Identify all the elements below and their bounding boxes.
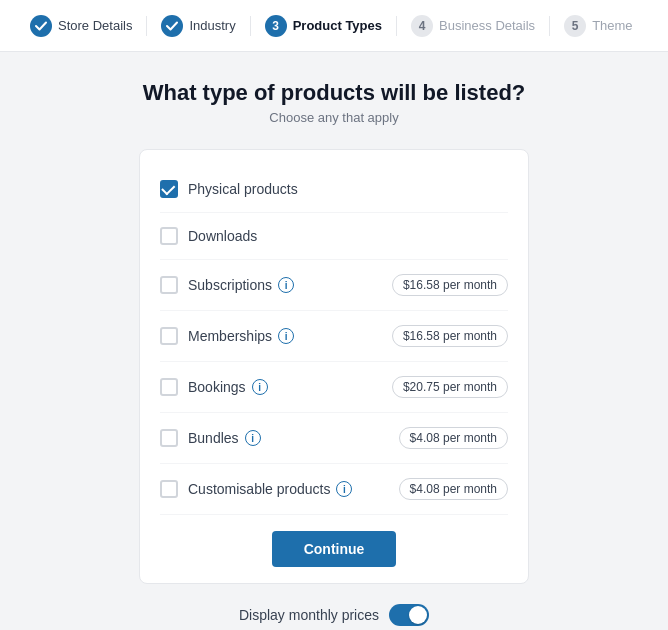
step-label-theme: Theme [592, 18, 632, 33]
step-icon-business-details: 4 [411, 15, 433, 37]
info-icon-subscriptions[interactable]: i [278, 277, 294, 293]
checkbox-bundles[interactable] [160, 429, 178, 447]
stepper: Store Details Industry 3 Product Types 4… [0, 0, 668, 52]
step-store-details[interactable]: Store Details [16, 15, 146, 37]
checkbox-customisable[interactable] [160, 480, 178, 498]
step-icon-theme: 5 [564, 15, 586, 37]
page-title: What type of products will be listed? [143, 80, 526, 106]
list-item: Downloads [160, 213, 508, 260]
price-badge-bundles: $4.08 per month [399, 427, 508, 449]
step-industry[interactable]: Industry [147, 15, 249, 37]
list-item: Bookings i $20.75 per month [160, 362, 508, 413]
product-label-bundles: Bundles i [188, 430, 389, 446]
page-subtitle: Choose any that apply [269, 110, 398, 125]
step-icon-industry [161, 15, 183, 37]
toggle-label: Display monthly prices [239, 607, 379, 623]
product-label-customisable: Customisable products i [188, 481, 389, 497]
price-badge-memberships: $16.58 per month [392, 325, 508, 347]
step-label-product-types: Product Types [293, 18, 382, 33]
step-business-details[interactable]: 4 Business Details [397, 15, 549, 37]
price-badge-subscriptions: $16.58 per month [392, 274, 508, 296]
price-badge-customisable: $4.08 per month [399, 478, 508, 500]
list-item: Subscriptions i $16.58 per month [160, 260, 508, 311]
product-label-memberships: Memberships i [188, 328, 382, 344]
list-item: Physical products [160, 166, 508, 213]
step-label-store-details: Store Details [58, 18, 132, 33]
continue-button[interactable]: Continue [272, 531, 397, 567]
step-icon-product-types: 3 [265, 15, 287, 37]
product-label-subscriptions: Subscriptions i [188, 277, 382, 293]
product-label-downloads: Downloads [188, 228, 508, 244]
display-monthly-prices-toggle[interactable] [389, 604, 429, 626]
checkbox-physical[interactable] [160, 180, 178, 198]
checkbox-bookings[interactable] [160, 378, 178, 396]
checkbox-subscriptions[interactable] [160, 276, 178, 294]
product-label-bookings: Bookings i [188, 379, 382, 395]
info-icon-customisable[interactable]: i [336, 481, 352, 497]
step-product-types[interactable]: 3 Product Types [251, 15, 396, 37]
list-item: Customisable products i $4.08 per month [160, 464, 508, 515]
info-icon-bundles[interactable]: i [245, 430, 261, 446]
step-label-business-details: Business Details [439, 18, 535, 33]
step-theme[interactable]: 5 Theme [550, 15, 646, 37]
info-icon-memberships[interactable]: i [278, 328, 294, 344]
main-content: What type of products will be listed? Ch… [0, 52, 668, 630]
step-icon-store-details [30, 15, 52, 37]
list-item: Memberships i $16.58 per month [160, 311, 508, 362]
price-badge-bookings: $20.75 per month [392, 376, 508, 398]
product-label-physical: Physical products [188, 181, 508, 197]
info-icon-bookings[interactable]: i [252, 379, 268, 395]
product-type-card: Physical products Downloads Subscription… [139, 149, 529, 584]
list-item: Bundles i $4.08 per month [160, 413, 508, 464]
checkbox-memberships[interactable] [160, 327, 178, 345]
checkbox-downloads[interactable] [160, 227, 178, 245]
step-label-industry: Industry [189, 18, 235, 33]
toggle-row: Display monthly prices [239, 604, 429, 626]
